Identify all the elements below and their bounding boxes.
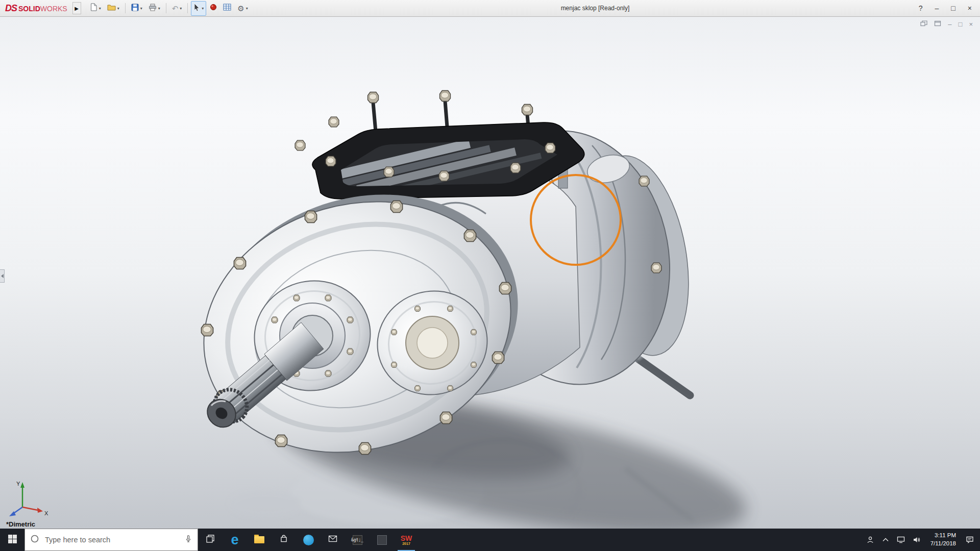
grid-table-icon [223,4,231,13]
hidden-icons-chevron-button[interactable] [882,537,889,542]
microphone-icon[interactable] [184,535,192,545]
chevron-down-icon[interactable]: ▾ [99,6,101,11]
file-explorer-icon [254,536,264,543]
action-center-button[interactable] [966,536,974,544]
doc-minimize-button[interactable]: – [948,21,951,28]
chevron-left-icon [1,274,4,278]
taskbar-solidworks-button[interactable]: SW 2017 [394,529,419,551]
reference-triad: Y X [5,479,51,518]
taskbar-mail-button[interactable] [321,529,345,551]
solidworks-logo: DSSOLIDWORKS [5,3,67,14]
command-prompt-icon: &gt;_ [353,535,362,545]
search-input[interactable] [44,535,180,544]
triad-x-label: X [44,510,48,516]
taskbar-clock[interactable]: 3:11 PM 7/11/2018 [928,532,958,547]
select-tool-button[interactable]: ▾ [191,1,206,16]
view-orientation-label: *Dimetric [6,520,35,528]
chevron-down-icon[interactable]: ▾ [180,6,182,11]
doc-float-button[interactable] [934,20,941,28]
undo-icon: ↶ [172,5,179,12]
new-document-icon [90,3,97,13]
save-button[interactable]: ▾ [129,2,145,15]
red-sphere-icon [210,4,217,13]
undo-button[interactable]: ↶ ▾ [169,3,185,14]
window-controls: ? – □ × [919,4,976,12]
chevron-down-icon[interactable]: ▾ [140,6,142,11]
taskbar-dark-app-button[interactable] [370,529,394,551]
chevron-down-icon[interactable]: ▾ [117,6,119,11]
new-document-button[interactable]: ▾ [87,1,104,15]
print-button[interactable]: ▾ [146,2,163,15]
open-document-button[interactable]: ▾ [105,2,122,15]
open-folder-icon [107,4,116,13]
gear-icon: ⚙ [237,5,244,12]
taskbar-file-explorer-button[interactable] [247,529,272,551]
solidworks-app-icon: SW 2017 [401,535,412,545]
document-window-controls: – □ × [920,20,973,28]
top-cover [295,91,584,199]
printer-icon [149,4,157,13]
doc-close-button[interactable]: × [969,21,973,28]
start-button[interactable] [0,529,24,551]
chevron-down-icon[interactable]: ▾ [158,6,160,11]
windows-logo-icon [8,535,17,545]
volume-button[interactable] [913,536,921,543]
grid-tool-button[interactable] [220,2,234,15]
panel-collapse-tab[interactable] [0,269,5,283]
gearbox-model[interactable] [0,17,980,529]
task-view-button[interactable] [198,529,223,551]
help-button[interactable]: ? [919,4,923,12]
task-view-icon [206,534,215,545]
network-button[interactable] [897,536,905,543]
taskbar-edge-button[interactable]: e [223,529,247,551]
taskbar-apps: e &gt;_ SW 2017 [198,529,419,551]
doc-cascade-button[interactable] [920,20,927,28]
toolbar-separator [125,3,126,13]
windows-taskbar: e &gt;_ SW 2017 [0,529,980,551]
save-floppy-icon [131,4,139,13]
system-tray: 3:11 PM 7/11/2018 [860,529,980,551]
solidworks-window: DSSOLIDWORKS ▶ ▾ ▾ ▾ ▾ ↶ [0,0,980,551]
chevron-down-icon[interactable]: ▾ [202,6,204,11]
sphere-tool-button[interactable] [207,2,219,15]
close-button[interactable]: × [968,4,972,12]
triad-y-label: Y [16,481,20,487]
clock-date: 7/11/2018 [930,540,956,548]
taskbar-store-button[interactable] [272,529,296,551]
cortana-icon [30,534,39,545]
ds-logo-text: DS [5,3,17,14]
maximize-button[interactable]: □ [951,4,955,12]
window-title: menjac sklop [Read-only] [519,5,672,12]
taskbar-round-blue-app-button[interactable] [296,529,321,551]
taskbar-search-box[interactable] [24,529,198,551]
chevron-down-icon[interactable]: ▾ [246,6,248,11]
round-blue-app-icon [303,535,314,545]
store-bag-icon [279,534,288,545]
mail-envelope-icon [328,535,337,544]
clock-time: 3:11 PM [935,532,956,540]
taskbar-command-prompt-button[interactable]: &gt;_ [345,529,370,551]
toolbar-separator [187,3,188,13]
graphics-area[interactable]: – □ × Y X *Dimetric [0,17,980,529]
options-button[interactable]: ⚙ ▾ [235,3,250,14]
toolbar-separator [166,3,166,13]
edge-icon: e [231,534,238,546]
minimize-button[interactable]: – [935,4,939,12]
people-button[interactable] [866,536,874,544]
cursor-arrow-icon [193,3,200,14]
title-bar: DSSOLIDWORKS ▶ ▾ ▾ ▾ ▾ ↶ [0,0,980,17]
dark-app-icon [377,535,387,545]
menu-expand-button[interactable]: ▶ [72,2,81,14]
doc-maximize-button[interactable]: □ [959,21,963,28]
quick-access-toolbar: ▾ ▾ ▾ ▾ ↶ ▾ ▾ [87,1,251,16]
